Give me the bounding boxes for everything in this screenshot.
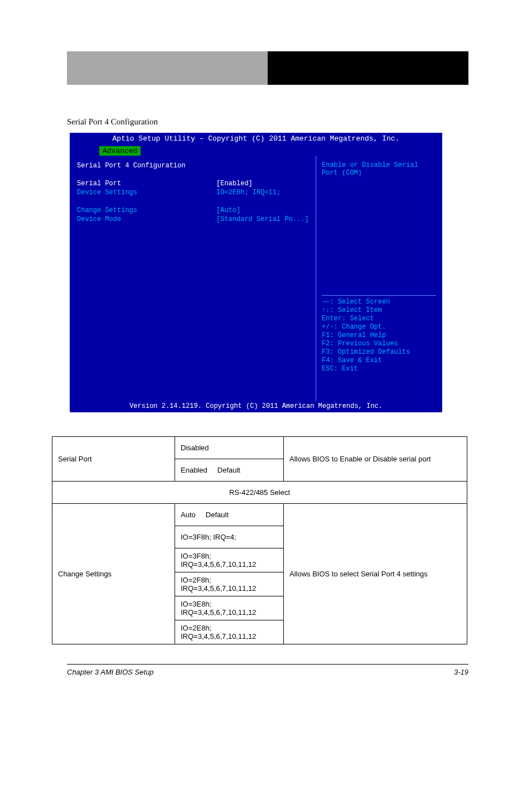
cell-change-settings-desc: Allows BIOS to select Serial Port 4 sett… bbox=[284, 504, 467, 644]
bios-keymap: →←: Select Screen ↑↓: Select Item Enter:… bbox=[322, 295, 436, 396]
bios-tab-advanced[interactable]: Advanced bbox=[99, 146, 141, 156]
page-footer: Chapter 3 AMI BIOS Setup 3-19 bbox=[67, 664, 468, 676]
cell-subheader: RS-422/485 Select bbox=[52, 482, 467, 504]
cell-option-disabled: Disabled bbox=[175, 437, 284, 459]
header-left-block bbox=[67, 51, 268, 85]
help-f3: F3: Optimized Defaults bbox=[322, 348, 436, 357]
table-row: Change Settings Auto Default Allows BIOS… bbox=[52, 504, 467, 526]
options-table: Serial Port Disabled Allows BIOS to Enab… bbox=[52, 436, 467, 644]
bios-item-device-settings: Device Settings IO=2E8h; IRQ=11; bbox=[77, 188, 309, 197]
cell-option: IO=3E8h; IRQ=3,4,5,6,7,10,11,12 bbox=[175, 596, 284, 620]
bios-title: Aptio Setup Utility – Copyright (C) 2011… bbox=[75, 134, 437, 143]
cell-option-auto: Auto Default bbox=[175, 504, 284, 526]
section-title: Serial Port 4 Configuration bbox=[67, 117, 158, 127]
cell-option-enabled: Enabled Default bbox=[175, 459, 284, 482]
help-select-item: ↑↓: Select Item bbox=[322, 306, 436, 315]
cell-option: IO=2F8h; IRQ=3,4,5,6,7,10,11,12 bbox=[175, 572, 284, 596]
cell-option: IO=2E8h; IRQ=3,4,5,6,7,10,11,12 bbox=[175, 620, 284, 644]
bios-item-value: [Auto] bbox=[216, 206, 240, 215]
page-header-bar bbox=[67, 51, 468, 85]
footer-chapter: Chapter 3 AMI BIOS Setup bbox=[67, 668, 154, 676]
bios-item-label: Device Mode bbox=[77, 215, 216, 224]
help-f1: F1: General Help bbox=[322, 331, 436, 340]
bios-body: Serial Port 4 Configuration Serial Port … bbox=[70, 156, 442, 401]
bios-screen-name-label: Serial Port 4 Configuration bbox=[77, 161, 216, 170]
bios-item-value: [Enabled] bbox=[216, 179, 253, 188]
bios-item-change-settings[interactable]: Change Settings [Auto] bbox=[77, 206, 309, 215]
bios-title-bar: Aptio Setup Utility – Copyright (C) 2011… bbox=[70, 133, 442, 156]
bios-item-serial-port[interactable]: Serial Port [Enabled] bbox=[77, 179, 309, 188]
bios-help-panel: Enable or Disable Serial Port (COM) →←: … bbox=[316, 156, 442, 401]
cell-option: IO=3F8h; IRQ=4; bbox=[175, 526, 284, 548]
help-esc: ESC: Exit bbox=[322, 365, 436, 373]
bios-item-label: Device Settings bbox=[77, 188, 216, 197]
cell-change-settings-label: Change Settings bbox=[52, 504, 175, 644]
bios-item-label: Change Settings bbox=[77, 206, 216, 215]
bios-footer: Version 2.14.1219. Copyright (C) 2011 Am… bbox=[70, 401, 442, 412]
help-f4: F4: Save & Exit bbox=[322, 357, 436, 365]
help-select-screen: →←: Select Screen bbox=[322, 298, 436, 306]
cell-default-note: Default bbox=[217, 466, 240, 474]
help-f2: F2: Previous Values bbox=[322, 340, 436, 348]
cell-serial-port-label: Serial Port bbox=[52, 437, 175, 482]
bios-item-value: [Standard Serial Po...] bbox=[216, 215, 309, 224]
bios-screen-name: Serial Port 4 Configuration bbox=[77, 161, 309, 170]
bios-item-value: IO=2E8h; IRQ=11; bbox=[216, 188, 280, 197]
header-right-block bbox=[268, 51, 468, 85]
cell-default-note: Default bbox=[206, 511, 229, 519]
bios-blank-row bbox=[77, 197, 309, 206]
cell-serial-port-desc: Allows BIOS to Enable or Disable serial … bbox=[284, 437, 467, 482]
help-enter: Enter: Select bbox=[322, 315, 436, 323]
table-row-subheader: RS-422/485 Select bbox=[52, 482, 467, 504]
bios-help-description: Enable or Disable Serial Port (COM) bbox=[322, 161, 436, 177]
bios-settings-panel: Serial Port 4 Configuration Serial Port … bbox=[70, 156, 316, 401]
table-row: Serial Port Disabled Allows BIOS to Enab… bbox=[52, 437, 467, 459]
footer-page-number: 3-19 bbox=[454, 668, 468, 676]
help-change-opt: +/-: Change Opt. bbox=[322, 323, 436, 331]
bios-screenshot: Aptio Setup Utility – Copyright (C) 2011… bbox=[70, 133, 442, 412]
bios-item-device-mode[interactable]: Device Mode [Standard Serial Po...] bbox=[77, 215, 309, 224]
cell-option-text: Auto bbox=[181, 511, 196, 519]
bios-blank-row bbox=[77, 170, 309, 179]
cell-option-enabled-text: Enabled bbox=[181, 466, 207, 474]
cell-option: IO=3F8h; IRQ=3,4,5,6,7,10,11,12 bbox=[175, 548, 284, 572]
bios-item-label: Serial Port bbox=[77, 179, 216, 188]
